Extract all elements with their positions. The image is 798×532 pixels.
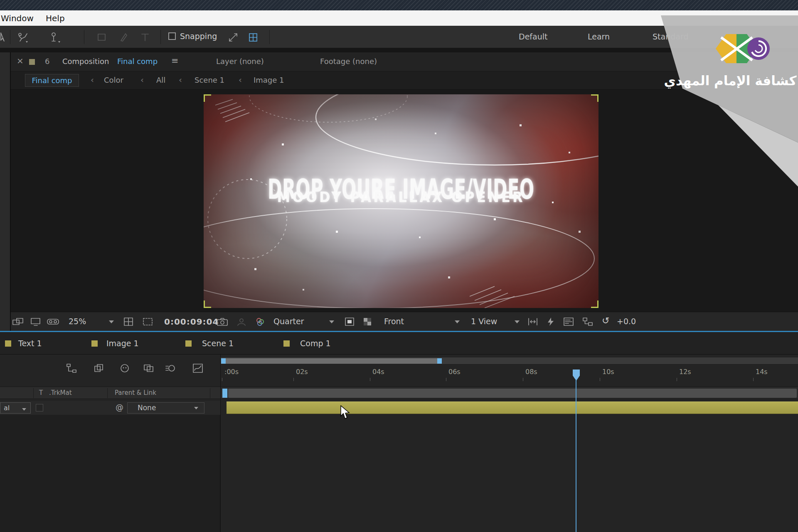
chevron-left-icon: ‹: [239, 75, 242, 85]
exposure-value[interactable]: +0.0: [617, 317, 636, 326]
menu-window[interactable]: Window: [1, 13, 34, 23]
comp-tab-color-chip: [91, 340, 98, 347]
ruler-tick: 14s: [756, 368, 768, 376]
graph-editor-icon[interactable]: [192, 363, 204, 374]
video-overlay-text-sub: MOODY PARALLAX OPENER: [214, 189, 589, 205]
blend-mode-value: al: [4, 404, 10, 412]
panel-menu-icon[interactable]: ≡: [171, 56, 179, 66]
layer-handle-bottom-right[interactable]: [591, 300, 598, 308]
transparency-grid-icon[interactable]: [362, 317, 373, 327]
comp-tab-color-chip: [185, 340, 192, 347]
navigator-bar[interactable]: [228, 389, 797, 398]
chevron-down-icon: [22, 408, 26, 411]
chevron-left-icon: ‹: [179, 75, 182, 85]
puppet-pin-tool-icon[interactable]: [48, 32, 61, 43]
ruler-tick: 10s: [602, 368, 614, 376]
workspace-standard[interactable]: Standard: [653, 32, 688, 41]
resolution-select[interactable]: Quarter: [273, 317, 304, 326]
shape-tool-icon: [96, 32, 107, 43]
panel-left-edge: [0, 52, 11, 331]
layer-duration-bar[interactable]: [227, 401, 798, 414]
chevron-down-icon[interactable]: [109, 320, 114, 323]
breadcrumb-all[interactable]: All: [156, 76, 165, 84]
region-of-interest-icon[interactable]: [142, 317, 154, 327]
playhead-handle[interactable]: [573, 369, 580, 381]
comp-tab-scene-1[interactable]: Scene 1: [202, 339, 234, 348]
workspace-default[interactable]: Default: [519, 32, 547, 41]
show-snapshot-icon[interactable]: [236, 317, 248, 327]
fast-previews-icon[interactable]: [545, 317, 556, 327]
selection-tool-icon[interactable]: [0, 32, 5, 43]
view-layout-select[interactable]: 1 View: [471, 317, 497, 326]
after-effects-window: Window Help Snapping: [0, 0, 798, 532]
snap-options-icon[interactable]: [248, 32, 259, 43]
chevron-down-icon[interactable]: [329, 320, 334, 323]
zoom-level-select[interactable]: 25%: [69, 317, 86, 326]
tab-layer[interactable]: Layer (none): [216, 57, 264, 66]
composition-viewport[interactable]: DROP YOURE IMAGE/VIDEO MOODY PARALLAX OP…: [204, 94, 598, 308]
primary-monitor-icon[interactable]: [30, 317, 42, 327]
chevron-down-icon[interactable]: [455, 320, 460, 323]
ruler-tick: 02s: [296, 368, 308, 376]
time-navigator[interactable]: [221, 387, 798, 399]
frame-blend-icon[interactable]: [143, 363, 155, 374]
layer-handle-bottom-left[interactable]: [204, 300, 211, 308]
target-region-icon[interactable]: [344, 317, 356, 327]
column-trkmat[interactable]: .TrkMat: [49, 389, 72, 397]
roto-brush-tool-icon[interactable]: [16, 32, 28, 43]
work-area-end-handle[interactable]: [437, 358, 442, 364]
current-time-field[interactable]: 0:00:09:04: [164, 317, 219, 327]
motion-blur-icon[interactable]: [165, 363, 176, 374]
tab-composition-name[interactable]: Final comp: [117, 57, 158, 66]
tab-footage[interactable]: Footage (none): [320, 57, 377, 66]
column-t[interactable]: T: [39, 389, 43, 397]
breadcrumb-color[interactable]: Color: [104, 76, 123, 84]
blend-mode-select[interactable]: al: [0, 402, 31, 414]
work-area-start-handle[interactable]: [221, 358, 226, 364]
camera-view-select[interactable]: Front: [384, 317, 404, 326]
comp-tab-color-chip: [283, 340, 290, 347]
comp-tab-image-1[interactable]: Image 1: [106, 339, 139, 348]
comp-tab-text-1[interactable]: Text 1: [18, 339, 42, 348]
work-area-bar[interactable]: [222, 358, 439, 364]
flowchart-icon[interactable]: [582, 317, 594, 327]
shy-layers-icon[interactable]: [119, 363, 131, 374]
timeline-empty-left: [0, 415, 220, 532]
pickwhip-icon[interactable]: @: [116, 403, 123, 412]
draft-3d-icon[interactable]: [93, 363, 105, 374]
comp-tab-comp-1[interactable]: Comp 1: [300, 339, 331, 348]
menu-help[interactable]: Help: [46, 13, 65, 23]
always-preview-icon[interactable]: [12, 317, 25, 327]
breadcrumb-final-comp[interactable]: Final comp: [25, 74, 79, 87]
panel-gap: [0, 48, 798, 52]
column-parent-link[interactable]: Parent & Link: [115, 389, 156, 397]
snapping-checkbox[interactable]: [168, 32, 176, 40]
vr-goggles-icon[interactable]: [47, 317, 60, 327]
snapping-toggle[interactable]: Snapping: [168, 32, 217, 41]
breadcrumb-scene-1[interactable]: Scene 1: [195, 76, 224, 84]
crosshair-icon[interactable]: [228, 32, 239, 43]
chevron-down-icon[interactable]: [515, 320, 520, 323]
grid-guides-icon[interactable]: [123, 317, 135, 327]
toolbar-separator: [84, 30, 84, 44]
snapshot-camera-icon[interactable]: [216, 317, 229, 327]
trkmat-toggle[interactable]: [36, 404, 43, 411]
work-area-track[interactable]: [220, 357, 798, 365]
pixel-aspect-icon[interactable]: [527, 317, 539, 327]
channels-icon[interactable]: [254, 317, 266, 327]
reset-exposure-icon[interactable]: ↺: [602, 315, 609, 326]
tab-composition-label[interactable]: Composition: [62, 57, 109, 66]
close-icon[interactable]: ×: [17, 56, 24, 66]
layer-handle-top-left[interactable]: [204, 94, 211, 102]
parent-link-value: None: [138, 404, 156, 412]
layer-handle-top-right[interactable]: [591, 94, 598, 102]
composition-toolbar: 25% 0:00:09:04 Quarter Front: [0, 312, 798, 331]
timeline-panel-icon[interactable]: [563, 317, 574, 327]
playhead-line: [576, 379, 576, 532]
comp-mini-flowchart-icon[interactable]: [66, 363, 77, 374]
ruler-tick: :00s: [224, 368, 239, 376]
navigator-handle[interactable]: [222, 389, 227, 398]
breadcrumb-image-1[interactable]: Image 1: [254, 76, 284, 84]
parent-link-select[interactable]: None: [127, 402, 204, 414]
workspace-learn[interactable]: Learn: [588, 32, 610, 41]
